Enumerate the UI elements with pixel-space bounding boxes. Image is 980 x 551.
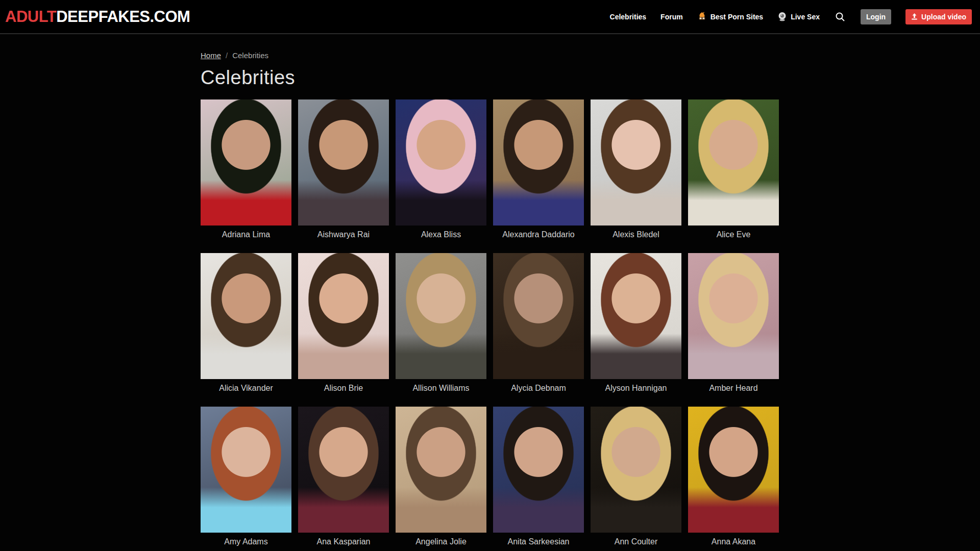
celebrity-card[interactable]: Anna Akana bbox=[688, 407, 779, 546]
celebrity-photo bbox=[298, 407, 389, 533]
celebrity-card[interactable]: Amy Adams bbox=[201, 407, 291, 546]
celebrity-name: Anna Akana bbox=[688, 537, 779, 546]
celebrity-name: Allison Williams bbox=[396, 384, 486, 393]
main-content: Home / Celebrities Celebrities Adriana L… bbox=[201, 51, 779, 546]
celebrity-card[interactable]: Amber Heard bbox=[688, 253, 779, 393]
celebrity-photo bbox=[396, 407, 486, 533]
breadcrumb: Home / Celebrities bbox=[201, 51, 779, 60]
celebrity-photo bbox=[591, 253, 681, 379]
celebrity-photo bbox=[396, 253, 486, 379]
celebrity-photo bbox=[298, 253, 389, 379]
page-title: Celebrities bbox=[201, 67, 779, 89]
celebrity-name: Alexa Bliss bbox=[396, 230, 486, 239]
celebrity-card[interactable]: Aishwarya Rai bbox=[298, 99, 389, 239]
celebrity-photo bbox=[591, 407, 681, 533]
celebrity-name: Angelina Jolie bbox=[396, 537, 486, 546]
celebrity-card[interactable]: Ann Coulter bbox=[591, 407, 681, 546]
webcam-icon bbox=[777, 12, 787, 21]
porn-dude-icon bbox=[697, 12, 707, 21]
nav-best-porn-sites-label: Best Porn Sites bbox=[710, 13, 763, 21]
breadcrumb-home[interactable]: Home bbox=[201, 51, 221, 60]
logo-part-adult: ADULT bbox=[5, 8, 56, 26]
login-button[interactable]: Login bbox=[861, 9, 891, 24]
nav-live-sex-label: Live Sex bbox=[791, 13, 820, 21]
nav-celebrities[interactable]: Celebrities bbox=[610, 13, 647, 21]
celebrity-card[interactable]: Alexandra Daddario bbox=[493, 99, 584, 239]
celebrity-name: Alicia Vikander bbox=[201, 384, 291, 393]
celebrity-name: Ana Kasparian bbox=[298, 537, 389, 546]
upload-button-label: Upload video bbox=[921, 13, 966, 20]
celebrity-card[interactable]: Alyson Hannigan bbox=[591, 253, 681, 393]
celebrity-card[interactable]: Alicia Vikander bbox=[201, 253, 291, 393]
celebrity-photo bbox=[591, 99, 681, 226]
logo[interactable]: ADULTDEEPFAKES.COM bbox=[5, 8, 190, 26]
celebrity-photo bbox=[396, 99, 486, 226]
breadcrumb-separator: / bbox=[226, 51, 228, 60]
celebrity-photo bbox=[688, 407, 779, 533]
celebrity-photo bbox=[688, 253, 779, 379]
celebrity-name: Adriana Lima bbox=[201, 230, 291, 239]
celebrity-card[interactable]: Adriana Lima bbox=[201, 99, 291, 239]
celebrity-name: Alycia Debnam bbox=[493, 384, 584, 393]
nav-best-porn-sites[interactable]: Best Porn Sites bbox=[697, 12, 763, 21]
logo-part-deepfakes: DEEPFAKES.COM bbox=[56, 8, 190, 26]
celebrity-card[interactable]: Ana Kasparian bbox=[298, 407, 389, 546]
celebrity-card[interactable]: Allison Williams bbox=[396, 253, 486, 393]
celebrity-photo bbox=[201, 253, 291, 379]
celebrity-card[interactable]: Alexa Bliss bbox=[396, 99, 486, 239]
celebrity-name: Aishwarya Rai bbox=[298, 230, 389, 239]
celebrity-photo bbox=[493, 407, 584, 533]
celebrity-card[interactable]: Alison Brie bbox=[298, 253, 389, 393]
main-nav: Celebrities Forum Best Porn Sites bbox=[610, 9, 972, 24]
celebrity-name: Alexis Bledel bbox=[591, 230, 681, 239]
celebrity-name: Anita Sarkeesian bbox=[493, 537, 584, 546]
nav-forum[interactable]: Forum bbox=[660, 13, 683, 21]
nav-forum-label: Forum bbox=[660, 13, 683, 21]
header: ADULTDEEPFAKES.COM Celebrities Forum Bes… bbox=[0, 0, 980, 34]
celebrity-name: Alyson Hannigan bbox=[591, 384, 681, 393]
celebrity-photo bbox=[493, 253, 584, 379]
celebrity-card[interactable]: Angelina Jolie bbox=[396, 407, 486, 546]
celebrity-name: Ann Coulter bbox=[591, 537, 681, 546]
celebrity-name: Alexandra Daddario bbox=[493, 230, 584, 239]
search-icon bbox=[835, 12, 845, 22]
celebrity-card[interactable]: Anita Sarkeesian bbox=[493, 407, 584, 546]
nav-celebrities-label: Celebrities bbox=[610, 13, 647, 21]
search-button[interactable] bbox=[834, 11, 846, 23]
login-button-label: Login bbox=[866, 13, 886, 20]
nav-live-sex[interactable]: Live Sex bbox=[777, 12, 820, 21]
celebrity-card[interactable]: Alexis Bledel bbox=[591, 99, 681, 239]
breadcrumb-current: Celebrities bbox=[232, 51, 268, 60]
upload-icon bbox=[911, 13, 918, 20]
celebrity-photo bbox=[298, 99, 389, 226]
celebrity-name: Alison Brie bbox=[298, 384, 389, 393]
celebrity-photo bbox=[688, 99, 779, 226]
celebrity-name: Alice Eve bbox=[688, 230, 779, 239]
celebrity-name: Amber Heard bbox=[688, 384, 779, 393]
celebrity-photo bbox=[201, 99, 291, 226]
celebrity-card[interactable]: Alice Eve bbox=[688, 99, 779, 239]
upload-video-button[interactable]: Upload video bbox=[905, 9, 972, 24]
celebrity-grid: Adriana Lima Aishwarya Rai Alexa Bliss A… bbox=[201, 99, 779, 546]
celebrity-photo bbox=[201, 407, 291, 533]
celebrity-card[interactable]: Alycia Debnam bbox=[493, 253, 584, 393]
celebrity-photo bbox=[493, 99, 584, 226]
celebrity-name: Amy Adams bbox=[201, 537, 291, 546]
